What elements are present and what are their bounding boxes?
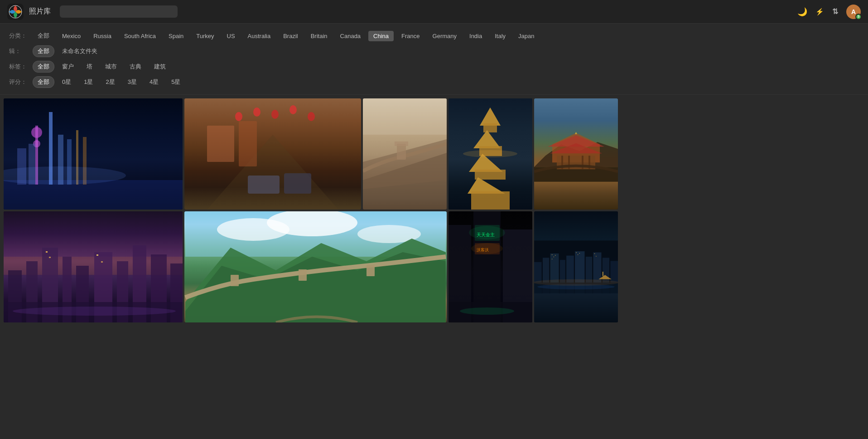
svg-point-16: [253, 107, 260, 117]
album-label: 辑：: [9, 47, 27, 55]
svg-point-65: [13, 307, 176, 316]
photo-card-3[interactable]: [363, 98, 447, 210]
tag-items: 全部窗户塔城市古典建筑: [33, 61, 171, 73]
filter-item-5[interactable]: 5星: [166, 76, 185, 88]
svg-point-37: [463, 150, 517, 157]
svg-rect-60: [46, 251, 48, 253]
svg-rect-22: [248, 176, 280, 194]
svg-rect-62: [96, 254, 98, 256]
svg-point-82: [469, 226, 505, 239]
photo-card-6[interactable]: [4, 211, 183, 322]
photo-card-4[interactable]: [448, 98, 532, 210]
filter-section: 分类： 全部MexicoRussiaSouth AfricaSpainTurke…: [0, 24, 868, 95]
photo-card-7[interactable]: [184, 211, 447, 322]
svg-rect-61: [49, 257, 51, 258]
category-row: 分类： 全部MexicoRussiaSouth AfricaSpainTurke…: [9, 28, 859, 44]
photo-gallery: 天天金主 沃客沃: [0, 95, 868, 326]
avatar-badge: 5: [855, 14, 862, 20]
svg-point-85: [460, 307, 514, 315]
filter-item-1[interactable]: 1星: [79, 76, 98, 88]
svg-rect-98: [554, 257, 554, 257]
svg-rect-30: [483, 123, 497, 132]
svg-rect-27: [395, 141, 408, 146]
filter-item-2[interactable]: 2星: [101, 76, 120, 88]
avatar[interactable]: A 5: [846, 5, 861, 19]
app-logo: [7, 4, 24, 20]
svg-marker-29: [480, 107, 501, 126]
filter-item-window[interactable]: 窗户: [57, 61, 79, 73]
filter-item-tower[interactable]: 塔: [82, 61, 97, 73]
svg-rect-74: [366, 265, 375, 276]
topbar-icons: 🌙 ⚡ ⇅ A 5: [797, 5, 861, 19]
svg-marker-48: [575, 132, 577, 134]
filter-item-russia[interactable]: Russia: [88, 31, 116, 41]
rating-label: 评分：: [9, 78, 27, 86]
filter-item-us[interactable]: US: [222, 31, 240, 41]
filter-item-4[interactable]: 4星: [145, 76, 164, 88]
svg-point-19: [308, 112, 315, 121]
filter-item-china[interactable]: China: [368, 31, 394, 41]
photo-card-5[interactable]: [534, 98, 618, 210]
filter-item-brazil[interactable]: Brazil: [278, 31, 303, 41]
svg-rect-21: [239, 121, 257, 166]
filter-item-3[interactable]: 3星: [123, 76, 142, 88]
filter-item-all[interactable]: 全部: [33, 76, 54, 88]
filter-item-all[interactable]: 全部: [33, 61, 54, 73]
app-title: 照片库: [29, 7, 51, 16]
search-input[interactable]: [60, 5, 178, 18]
filter-item-turkey[interactable]: Turkey: [191, 31, 219, 41]
photo-card-1[interactable]: [4, 98, 183, 210]
filter-item-italy[interactable]: Italy: [490, 31, 511, 41]
filter-item-city[interactable]: 城市: [100, 61, 122, 73]
svg-rect-100: [552, 259, 552, 259]
filter-icon[interactable]: ⚡: [815, 8, 824, 16]
moon-icon[interactable]: 🌙: [797, 7, 807, 17]
sort-icon[interactable]: ⇅: [832, 7, 838, 16]
filter-item-japan[interactable]: Japan: [513, 31, 539, 41]
topbar: 照片库 🌙 ⚡ ⇅ A 5: [0, 0, 868, 24]
svg-point-17: [271, 110, 279, 119]
svg-rect-36: [471, 191, 510, 210]
photo-card-9[interactable]: [534, 211, 618, 322]
filter-item-building[interactable]: 建筑: [149, 61, 171, 73]
filter-item-unnamed[interactable]: 未命名文件夹: [57, 45, 102, 57]
svg-rect-26: [397, 144, 406, 160]
svg-rect-73: [299, 269, 307, 281]
svg-rect-23: [284, 173, 311, 194]
svg-rect-103: [579, 253, 580, 254]
filter-item-australia[interactable]: Australia: [243, 31, 276, 41]
svg-rect-105: [596, 256, 596, 257]
svg-rect-72: [231, 275, 239, 286]
filter-item-classic[interactable]: 古典: [125, 61, 146, 73]
filter-item-canada[interactable]: Canada: [335, 31, 366, 41]
svg-point-4: [31, 127, 42, 138]
filter-item-mexico[interactable]: Mexico: [57, 31, 86, 41]
filter-item-0[interactable]: 0星: [57, 76, 76, 88]
filter-item-south-africa[interactable]: South Africa: [119, 31, 161, 41]
category-label: 分类：: [9, 32, 27, 40]
category-items: 全部MexicoRussiaSouth AfricaSpainTurkeyUSA…: [33, 30, 539, 42]
filter-item-all[interactable]: 全部: [33, 45, 54, 57]
album-items: 全部未命名文件夹: [33, 45, 102, 57]
album-row: 辑： 全部未命名文件夹: [9, 44, 859, 59]
svg-rect-34: [475, 170, 506, 180]
filter-item-spain[interactable]: Spain: [164, 31, 188, 41]
tag-label: 标签：: [9, 63, 27, 71]
filter-item-india[interactable]: India: [464, 31, 487, 41]
svg-rect-28: [363, 98, 447, 135]
svg-point-18: [289, 105, 297, 114]
rating-items: 全部0星1星2星3星4星5星: [33, 76, 185, 88]
svg-rect-101: [576, 252, 577, 253]
filter-item-france[interactable]: France: [396, 31, 424, 41]
tag-row: 标签： 全部窗户塔城市古典建筑: [9, 59, 859, 74]
svg-marker-35: [468, 177, 505, 194]
filter-item-germany[interactable]: Germany: [428, 31, 462, 41]
svg-rect-63: [101, 261, 103, 263]
filter-item-all[interactable]: 全部: [33, 30, 54, 42]
svg-rect-102: [578, 254, 578, 255]
photo-card-2[interactable]: [184, 98, 361, 210]
photo-card-8[interactable]: 天天金主 沃客沃: [448, 211, 532, 322]
svg-point-83: [471, 243, 503, 254]
filter-item-britain[interactable]: Britain: [306, 31, 333, 41]
svg-rect-104: [594, 254, 595, 254]
